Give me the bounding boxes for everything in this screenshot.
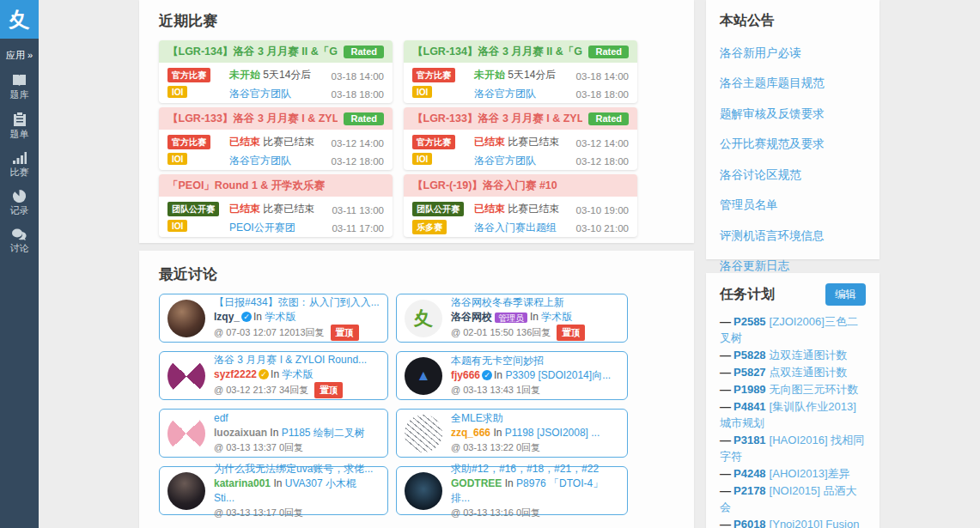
- contest-organizer-link[interactable]: 洛谷官方团队: [474, 154, 569, 168]
- edit-button[interactable]: 编辑: [825, 283, 866, 306]
- discussion-forum-link[interactable]: 学术版: [282, 368, 313, 380]
- contest-status-detail: 比赛已结束: [508, 136, 559, 148]
- discussion-user-link[interactable]: luozaixuan: [214, 427, 267, 439]
- contest-title-link[interactable]: 【LGR-134】洛谷 3 月月赛 II &「GLR-...: [412, 45, 582, 59]
- announcement-link[interactable]: 洛谷新用户必读: [720, 46, 866, 61]
- problem-id-link[interactable]: P4248: [733, 467, 766, 480]
- avatar[interactable]: ▲: [405, 357, 442, 395]
- rated-badge: Rated: [588, 112, 629, 125]
- discussion-meta: @ 07-03 12:07 12013回复: [214, 327, 325, 337]
- luogu-avatar-glyph: 夊: [414, 306, 433, 331]
- contest-status-detail: 比赛已结束: [263, 136, 314, 148]
- task-item: —P6018[Ynoi2010] Fusion tree: [720, 516, 866, 528]
- left-nav-rail: 夊 应用 » 题库 题单 比赛 记录 讨论: [0, 0, 39, 528]
- contest-organizer-link[interactable]: 洛谷官方团队: [229, 87, 325, 101]
- avatar[interactable]: [167, 472, 205, 510]
- problem-id-link[interactable]: P6018: [733, 518, 766, 528]
- discussion-forum-link[interactable]: 学术版: [541, 311, 572, 323]
- problem-id-link[interactable]: P1989: [733, 383, 766, 396]
- announcement-link[interactable]: 题解审核及反馈要求: [720, 106, 866, 122]
- announcement-link[interactable]: 洛谷主题库题目规范: [720, 76, 866, 91]
- luogu-logo[interactable]: 夊: [0, 0, 39, 39]
- discussion-title-link[interactable]: 洛谷 3 月月赛 I & ZYLOI Round...: [214, 353, 380, 367]
- discussion-title-link[interactable]: 【日报#434】弦图：从入门到入入...: [214, 295, 380, 310]
- contest-status: 未开始: [474, 69, 505, 81]
- problem-title-link[interactable]: [AHOI2013]差异: [770, 467, 850, 480]
- contest-title-link[interactable]: 【LGR-(-19)】洛谷入门赛 #10: [412, 179, 557, 193]
- contest-card: 【LGR-134】洛谷 3 月月赛 II &「GLR ... Rated 官方比…: [159, 40, 393, 103]
- chat-icon: [0, 228, 39, 240]
- contest-organizer-link[interactable]: 洛谷官方团队: [229, 154, 325, 168]
- sidebar-item-problemset[interactable]: 题库: [0, 74, 39, 101]
- discussion-user-link[interactable]: syzf2222: [214, 368, 257, 380]
- problem-id-link[interactable]: P4841: [733, 400, 766, 413]
- problem-id-link[interactable]: P3181: [733, 434, 766, 446]
- contest-type-badge: 官方比赛: [412, 68, 455, 82]
- sidebar-item-label: 题单: [0, 128, 39, 141]
- contest-status-detail: 比赛已结束: [263, 203, 314, 215]
- discussion-title-link[interactable]: 求助#12，#16，#18，#21，#22: [451, 462, 619, 476]
- avatar[interactable]: [167, 357, 205, 395]
- contest-times: 03-12 14:00 03-12 18:00: [332, 135, 384, 170]
- discussion-user-link[interactable]: GODTREE: [451, 477, 502, 489]
- contest-organizer-link[interactable]: 洛谷入门赛出题组: [474, 221, 569, 235]
- contest-rule-badge: IOI: [167, 153, 187, 165]
- task-plan-panel: 任务计划 编辑 —P2585[ZJOI2006]三色二叉树 —P5828边双连通…: [706, 273, 880, 528]
- contest-organizer-link[interactable]: 洛谷官方团队: [474, 87, 569, 101]
- contest-status: 已结束: [229, 136, 260, 148]
- announcement-link[interactable]: 洛谷更新日志: [720, 258, 866, 274]
- discussion-user-link[interactable]: lzqy_: [214, 311, 240, 323]
- sidebar-item-contests[interactable]: 比赛: [0, 152, 39, 179]
- discussion-user-link[interactable]: fjy666: [451, 369, 480, 381]
- contest-title-link[interactable]: 【LGR-133】洛谷 3 月月赛 I & ZYLOI ...: [167, 112, 338, 126]
- contest-title-link[interactable]: 【LGR-134】洛谷 3 月月赛 II &「GLR ...: [167, 45, 338, 59]
- avatar[interactable]: 夊: [405, 300, 442, 337]
- site-announcements-panel: 本站公告 洛谷新用户必读 洛谷主题库题目规范 题解审核及反馈要求 公开比赛规范及…: [706, 0, 880, 259]
- problem-id-link[interactable]: P5827: [733, 366, 766, 379]
- problem-id-link[interactable]: P5828: [733, 349, 766, 361]
- problem-title-link[interactable]: 无向图三元环计数: [770, 383, 859, 396]
- contest-rule-badge: IOI: [167, 86, 187, 98]
- problem-title-link[interactable]: 点双连通图计数: [770, 366, 848, 379]
- sidebar-item-discussions[interactable]: 讨论: [0, 228, 39, 255]
- discussion-card: ▲ 本题有无卡空间妙招 fjy666✓In P3309 [SDOI2014]向.…: [396, 351, 628, 400]
- contest-card-body: 官方比赛 IOI 已结束 比赛已结束 洛谷官方团队 03-12 14:00 03…: [404, 130, 637, 170]
- problem-id-link[interactable]: P2585: [733, 315, 766, 328]
- pie-chart-icon: [0, 190, 39, 203]
- problem-title-link[interactable]: 边双连通图计数: [770, 349, 848, 361]
- discussion-forum-link[interactable]: P1198 [JSOI2008] ...: [505, 427, 600, 439]
- problem-id-link[interactable]: P2178: [733, 484, 766, 497]
- discussion-forum-link[interactable]: 学术版: [265, 311, 295, 323]
- pinned-badge: 置顶: [557, 325, 585, 341]
- discussion-user-link[interactable]: 洛谷网校: [451, 311, 492, 323]
- discussion-forum-link[interactable]: P3309 [SDOI2014]向...: [505, 369, 611, 381]
- avatar[interactable]: [405, 415, 442, 452]
- announcement-link[interactable]: 洛谷讨论区规范: [720, 167, 866, 183]
- contest-rule-badge: IOI: [412, 86, 432, 98]
- contest-organizer-link[interactable]: PEOI公开赛团: [229, 221, 325, 235]
- discussion-forum-link[interactable]: P1185 绘制二叉树: [282, 427, 365, 439]
- discussion-user-link[interactable]: katarina001: [214, 477, 271, 489]
- contest-grid: 【LGR-134】洛谷 3 月月赛 II &「GLR ... Rated 官方比…: [159, 40, 694, 237]
- avatar[interactable]: [167, 415, 205, 452]
- announcement-link[interactable]: 管理员名单: [720, 197, 866, 213]
- contest-card: 「PEOI」Round 1 & 开学欢乐赛 团队公开赛 IOI 已结束 比赛已结…: [159, 174, 393, 237]
- discussion-title-link[interactable]: 为什么我无法绑定uva账号，求佬...: [214, 462, 380, 476]
- discussion-title-link[interactable]: edf: [214, 411, 380, 426]
- announcement-link[interactable]: 评测机语言环境信息: [720, 228, 866, 244]
- avatar[interactable]: [167, 300, 205, 337]
- discussion-title-link[interactable]: 洛谷网校冬春季课程上新: [451, 295, 619, 310]
- sidebar-item-records[interactable]: 记录: [0, 190, 39, 217]
- apps-expand-toggle[interactable]: 应用 »: [0, 49, 39, 62]
- discussion-title-link[interactable]: 全MLE求助: [451, 411, 619, 426]
- contest-title-link[interactable]: 【LGR-133】洛谷 3 月月赛 I & ZYLOI ...: [412, 112, 582, 126]
- verified-check-icon: ✓: [482, 370, 492, 380]
- contest-title-link[interactable]: 「PEOI」Round 1 & 开学欢乐赛: [167, 179, 325, 193]
- avatar[interactable]: [405, 472, 442, 510]
- sidebar-item-problemlist[interactable]: 题单: [0, 112, 39, 141]
- announcement-link[interactable]: 公开比赛规范及要求: [720, 137, 866, 152]
- discussion-title-link[interactable]: 本题有无卡空间妙招: [451, 354, 619, 368]
- contest-end-time: 03-18 18:00: [332, 86, 384, 103]
- contest-card-header: 【LGR-(-19)】洛谷入门赛 #10: [404, 174, 637, 197]
- discussion-user-link[interactable]: zzq_666: [451, 427, 490, 439]
